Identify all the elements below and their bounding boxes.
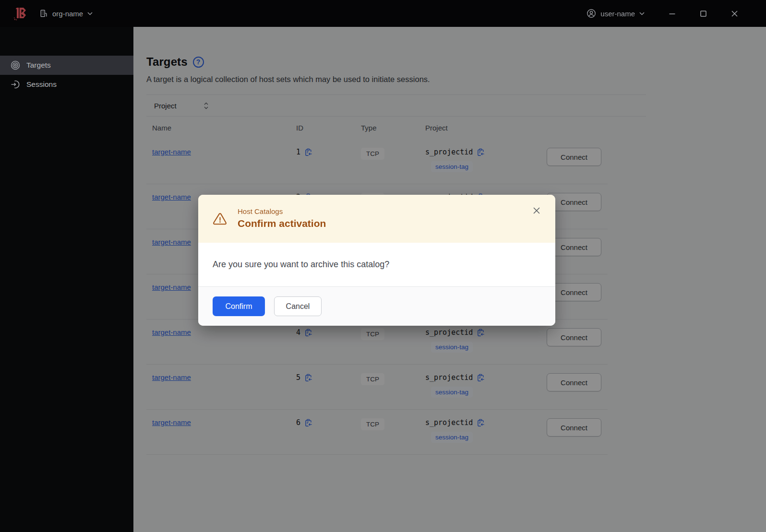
sidebar-item-label: Targets: [26, 61, 51, 70]
sidebar-item-sessions[interactable]: Sessions: [0, 75, 133, 94]
sidebar: Targets Sessions: [0, 27, 133, 532]
dialog-message: Are you sure you want to archive this ca…: [198, 243, 555, 286]
sidebar-item-targets[interactable]: Targets: [0, 56, 133, 75]
building-icon: [39, 9, 48, 18]
confirm-dialog: Host Catalogs Confirm activation Are you…: [198, 195, 555, 326]
sign-in-icon: [11, 80, 20, 89]
dialog-header: Host Catalogs Confirm activation: [198, 195, 555, 243]
confirm-button[interactable]: Confirm: [213, 296, 265, 316]
cancel-button[interactable]: Cancel: [274, 296, 322, 316]
warning-triangle-icon: [213, 213, 227, 226]
close-icon: [533, 207, 540, 214]
dialog-footer: Confirm Cancel: [198, 286, 555, 326]
sidebar-item-label: Sessions: [26, 80, 57, 89]
dialog-title: Confirm activation: [238, 218, 326, 229]
dialog-context-label: Host Catalogs: [238, 207, 326, 215]
boundary-logo-icon: [13, 6, 27, 21]
minimize-button[interactable]: [668, 9, 676, 18]
window-controls: [668, 9, 766, 18]
close-window-button[interactable]: [730, 9, 739, 18]
bullseye-icon: [11, 60, 20, 70]
titlebar: org-name user-name: [0, 0, 766, 27]
chevron-down-icon: [87, 12, 93, 15]
org-name-label: org-name: [52, 10, 83, 18]
user-name-label: user-name: [600, 10, 635, 18]
user-icon: [586, 9, 596, 18]
maximize-button[interactable]: [699, 9, 707, 18]
user-menu[interactable]: user-name: [586, 9, 645, 18]
chevron-down-icon: [639, 12, 645, 15]
dialog-close-button[interactable]: [531, 205, 542, 216]
org-switcher[interactable]: org-name: [39, 9, 93, 18]
